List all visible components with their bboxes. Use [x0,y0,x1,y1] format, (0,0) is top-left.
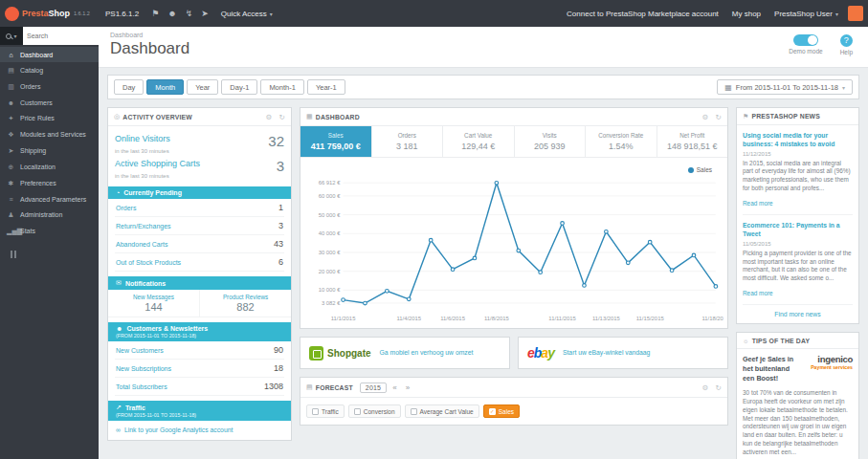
sidebar-item-catalog[interactable]: ▤Catalog [0,62,99,78]
modules-icon: ❖ [7,131,15,139]
read-more-link[interactable]: Read more [743,200,773,207]
forecast-option-average-cart-value[interactable]: Average Cart Value [405,404,479,418]
pending-orders-row[interactable]: Orders1 [115,199,284,217]
employee-icon[interactable]: ☻ [167,9,176,18]
bookmark-icon[interactable]: ⚑ [151,9,159,18]
sidebar-item-customers[interactable]: ☻Customers [0,95,99,110]
demo-mode-toggle[interactable] [793,34,818,46]
sidebar-search: ▾ [0,27,99,45]
forecast-option-traffic[interactable]: Traffic [306,404,345,418]
product-reviews-cell[interactable]: Product Reviews 882 [200,290,291,317]
kpi-net-profit[interactable]: Net Profit 148 918,51 € [657,126,728,157]
gear-icon[interactable]: ⚙ [266,113,273,121]
svg-text:30 000 €: 30 000 € [319,250,342,255]
total-subscribers-row[interactable]: Total Subscribers1308 [115,378,284,396]
kpi-sales[interactable]: Sales 411 759,00 € [300,126,372,157]
tips-panel-header: ☼ Tips of the day [737,333,858,349]
filter-month-1-button[interactable]: Month-1 [260,79,304,95]
sidebar-item-localization[interactable]: ⊕Localization [0,159,99,175]
prestashop-logo[interactable]: PrestaShop 1.6.1.2 [0,0,99,27]
breadcrumb[interactable]: Dashboard [110,32,857,38]
sidebar-item-dashboard[interactable]: ⌂Dashboard [0,47,99,62]
filter-year-1-button[interactable]: Year-1 [307,79,345,95]
google-analytics-link[interactable]: ∞ Link to your Google Analytics account [115,421,284,440]
user-menu[interactable]: PrestaShop User ▾ [768,0,845,27]
filter-year-button[interactable]: Year [187,79,218,95]
activity-panel-title: Activity overview [122,114,192,120]
kpi-row: Sales 411 759,00 € Orders 3 181 Cart Val… [300,126,727,158]
forecast-option-conversion[interactable]: Conversion [348,404,401,418]
kpi-visits[interactable]: Visits 205 939 [515,126,587,157]
kpi-cart-value[interactable]: Cart Value 129,44 € [443,126,515,157]
forecast-panel-header: ▤ Forecast 2015 « » ⚙ ↻ [300,378,727,398]
search-input[interactable] [23,27,99,45]
new-messages-cell[interactable]: New Messages 144 [108,290,200,317]
quick-access-menu[interactable]: Quick Access ▾ [214,0,279,27]
activity-overview-panel: ◎ Activity overview ⚙ ↻ Online Visitors … [107,107,292,441]
sidebar-item-orders[interactable]: ▥Orders [0,78,99,95]
forecast-prev-icon[interactable]: « [389,383,400,392]
refresh-icon[interactable]: ↻ [279,113,285,121]
pending-returns-row[interactable]: Return/Exchanges3 [115,217,284,235]
sidebar-item-price-rules[interactable]: ✦Price Rules [0,110,99,126]
legend-dot-icon [688,167,694,173]
new-subscriptions-row[interactable]: New Subscriptions18 [115,360,284,378]
news-item-body: Picking a payment provider is one of the… [743,250,853,283]
read-more-link[interactable]: Read more [743,290,773,296]
svg-text:10 000 €: 10 000 € [319,287,342,293]
search-scope-button[interactable]: ▾ [0,27,23,45]
my-shop-link[interactable]: My shop [725,0,768,27]
page-title: Dashboard [110,39,857,58]
shopgate-link[interactable]: Ga mobiel en verhoog uw omzet [380,349,474,358]
user-avatar[interactable] [848,6,863,21]
collapse-menu-button[interactable] [11,251,99,258]
date-range-picker[interactable]: ▦ From 2015-11-01 To 2015-11-18 ▾ [717,79,853,95]
refresh-icon[interactable]: ↻ [716,383,722,392]
help-icon[interactable]: ? [840,34,853,47]
out-of-stock-row[interactable]: Out of Stock Products6 [115,253,284,272]
find-more-news-link[interactable]: Find more news [743,310,853,320]
svg-text:60 000 €: 60 000 € [319,193,342,199]
sidebar-item-stats[interactable]: ▂▅▇Stats [0,223,99,239]
filter-day-1-button[interactable]: Day-1 [221,79,257,95]
forecast-year-select[interactable]: 2015 [360,382,387,393]
kpi-orders[interactable]: Orders 3 181 [372,126,444,157]
forecast-option-sales[interactable]: ✓Sales [483,404,520,418]
news-item-date: 11/05/2015 [743,241,853,247]
gear-icon[interactable]: ⚙ [702,383,709,392]
sidebar-item-preferences[interactable]: ✱Preferences [0,175,99,191]
rocket-icon[interactable]: ➤ [201,9,209,18]
ebay-link[interactable]: Start uw eBay-winkel vandaag [563,349,650,358]
checkbox-icon [354,408,361,415]
gear-icon[interactable]: ⚙ [702,113,709,121]
forecast-panel: ▤ Forecast 2015 « » ⚙ ↻ Traffic Conversi… [300,377,728,426]
filter-month-button[interactable]: Month [146,79,184,95]
new-customers-row[interactable]: New Customers90 [115,341,284,360]
traffic-icon: ↗ [116,404,122,411]
refresh-icon[interactable]: ↻ [716,113,722,121]
sidebar-menu: ⌂Dashboard ▤Catalog ▥Orders ☻Customers ✦… [0,45,99,239]
tips-headline: Geef je Sales in het buitenland een Boos… [743,355,798,382]
chart-legend[interactable]: Sales [688,166,712,173]
active-carts-link[interactable]: Active Shopping Carts [115,159,200,168]
ebay-logo: ebay [527,345,554,361]
bolt-icon[interactable]: ↯ [186,9,193,18]
news-item-title[interactable]: Using social media for your business: 4 … [743,132,853,149]
shopgate-name: Shopgate [327,348,371,359]
kpi-conversion-rate[interactable]: Conversion Rate 1.54% [586,126,657,157]
news-item-title[interactable]: Ecommerce 101: Payments in a Tweet [743,222,853,239]
tips-panel-title: Tips of the day [752,338,811,344]
online-visitors-link[interactable]: Online Visitors [115,134,170,143]
svg-text:3 082 €: 3 082 € [322,300,341,306]
sidebar-item-administration[interactable]: ♟Administration [0,207,99,223]
sidebar-item-shipping[interactable]: ➤Shipping [0,142,99,159]
abandoned-carts-row[interactable]: Abandoned Carts43 [115,235,284,253]
shop-name[interactable]: PS1.6.1.2 [99,0,145,27]
center-column: ▦ Dashboard ⚙ ↻ Sales 411 759,00 € [300,107,728,426]
sidebar-item-modules[interactable]: ❖Modules and Services [0,126,99,142]
marketplace-link[interactable]: Connect to PrestaShop Marketplace accoun… [560,0,725,27]
forecast-next-icon[interactable]: » [403,383,413,392]
calendar-icon: ▦ [724,83,732,92]
filter-day-button[interactable]: Day [114,79,144,95]
sidebar-item-advanced-parameters[interactable]: ≡Advanced Parameters [0,191,99,207]
